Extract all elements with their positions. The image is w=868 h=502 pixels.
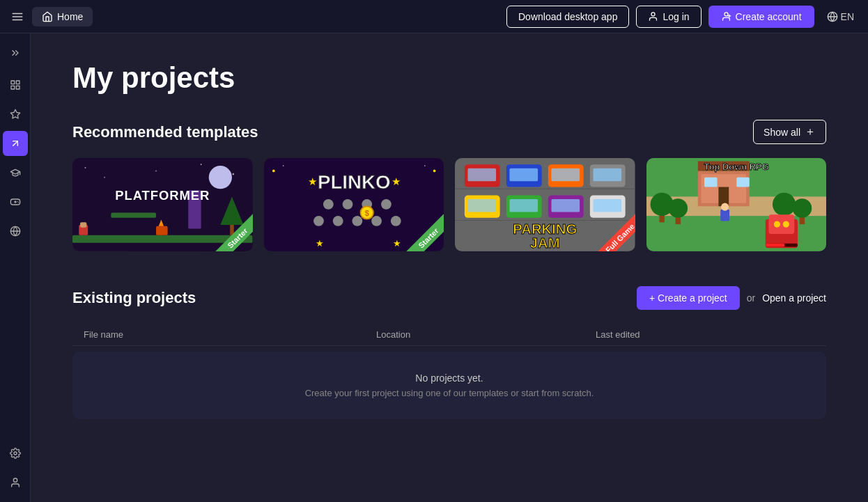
arrow-up-right-icon <box>10 138 21 149</box>
recommended-section-header: Recommended templates Show all ＋ <box>72 120 826 144</box>
template-card-plinko[interactable]: PLINKO ★ ★ <box>264 158 444 251</box>
svg-rect-76 <box>509 199 538 212</box>
recommended-title: Recommended templates <box>72 123 258 141</box>
sidebar-tutorials[interactable] <box>3 160 28 185</box>
svg-rect-35 <box>80 222 86 227</box>
svg-rect-11 <box>11 86 15 89</box>
svg-point-25 <box>85 167 86 168</box>
language-button[interactable]: EN <box>821 8 860 25</box>
template-card-top-down-rpg[interactable]: Top Down RPG <box>646 158 827 251</box>
account-icon <box>10 477 21 488</box>
user-login-icon <box>648 11 658 22</box>
sidebar-sparkle[interactable] <box>3 102 28 127</box>
empty-state-secondary: Create your first project using one of o… <box>84 388 815 398</box>
sidebar-settings[interactable] <box>3 441 28 466</box>
dashboard-icon <box>10 79 21 91</box>
parking-card-inner: PARKING JAM Full Game <box>455 158 635 251</box>
sidebar-globe[interactable] <box>3 219 28 244</box>
svg-point-56 <box>371 216 382 226</box>
svg-rect-70 <box>551 168 580 181</box>
svg-point-3 <box>651 13 655 16</box>
sparkle-icon <box>10 109 21 120</box>
svg-point-50 <box>342 199 352 210</box>
download-btn-label: Download desktop app <box>518 11 617 22</box>
svg-rect-9 <box>11 81 15 84</box>
svg-point-4 <box>724 13 728 16</box>
svg-rect-38 <box>230 225 234 235</box>
create-project-label: + Create a project <box>649 292 727 304</box>
download-desktop-button[interactable]: Download desktop app <box>506 6 629 28</box>
svg-text:★: ★ <box>392 238 401 249</box>
empty-state: No projects yet. Create your first proje… <box>72 352 826 419</box>
create-account-button[interactable]: Create account <box>708 6 814 28</box>
expand-icon <box>10 47 21 58</box>
svg-point-27 <box>201 164 202 165</box>
svg-text:★: ★ <box>391 176 400 187</box>
sidebar-active-item[interactable] <box>3 131 28 156</box>
svg-point-101 <box>773 221 780 227</box>
main-content: My projects Recommended templates Show a… <box>31 33 868 502</box>
svg-rect-74 <box>467 199 496 212</box>
gamepad-icon <box>10 196 21 207</box>
plinko-illustration: PLINKO ★ ★ <box>264 158 444 251</box>
svg-rect-36 <box>156 226 168 235</box>
sidebar-dashboard[interactable] <box>3 72 28 97</box>
svg-rect-80 <box>593 199 621 212</box>
existing-projects-actions: + Create a project or Open a project <box>637 286 826 310</box>
template-card-parking-jam[interactable]: PARKING JAM Full Game <box>455 158 635 251</box>
svg-point-23 <box>13 478 17 482</box>
svg-point-26 <box>104 177 105 178</box>
plinko-card-inner: PLINKO ★ ★ <box>264 158 444 251</box>
svg-text:$: $ <box>364 209 369 217</box>
topbar: Home Download desktop app Log in Create … <box>0 0 868 33</box>
sidebar-expand[interactable] <box>3 40 28 65</box>
sidebar <box>0 33 31 502</box>
create-account-icon <box>721 11 731 22</box>
home-icon <box>42 11 53 22</box>
existing-projects-header: Existing projects + Create a project or … <box>72 286 826 310</box>
parking-illustration: PARKING JAM <box>455 158 635 251</box>
svg-point-55 <box>352 216 362 226</box>
topbar-actions: Download desktop app Log in Create accou… <box>506 6 860 28</box>
login-btn-label: Log in <box>662 11 689 22</box>
svg-point-43 <box>433 170 435 173</box>
sidebar-account[interactable] <box>3 470 28 495</box>
empty-state-primary: No projects yet. <box>84 372 815 384</box>
login-button[interactable]: Log in <box>636 6 701 28</box>
page-title: My projects <box>72 61 826 95</box>
svg-text:★: ★ <box>307 176 316 187</box>
show-all-button[interactable]: Show all ＋ <box>753 120 826 144</box>
svg-point-30 <box>209 166 232 189</box>
home-tab[interactable]: Home <box>32 7 93 26</box>
hamburger-icon <box>11 10 24 23</box>
svg-rect-100 <box>768 214 794 234</box>
svg-point-98 <box>792 198 812 218</box>
menu-button[interactable] <box>8 8 26 26</box>
svg-point-29 <box>155 171 157 172</box>
svg-point-106 <box>721 203 729 211</box>
settings-icon <box>10 448 21 459</box>
svg-rect-105 <box>720 210 729 221</box>
create-account-label: Create account <box>736 11 802 22</box>
create-project-button[interactable]: + Create a project <box>637 286 740 310</box>
svg-text:JAM: JAM <box>530 235 560 251</box>
projects-table: File name Location Last edited No projec… <box>72 324 826 419</box>
translate-icon <box>827 11 838 22</box>
svg-rect-66 <box>467 168 496 181</box>
svg-point-19 <box>18 202 19 203</box>
svg-rect-68 <box>509 168 538 181</box>
svg-text:PLINKO: PLINKO <box>317 171 390 193</box>
template-card-platformer[interactable]: PLATFORMER Starter <box>72 158 253 251</box>
sidebar-gamepad[interactable] <box>3 189 28 214</box>
svg-rect-33 <box>111 212 156 217</box>
svg-rect-104 <box>765 244 784 247</box>
svg-rect-10 <box>16 81 20 84</box>
svg-text:★: ★ <box>315 238 323 249</box>
svg-point-102 <box>782 221 789 227</box>
svg-marker-13 <box>10 109 20 118</box>
svg-point-28 <box>232 173 234 175</box>
open-project-link[interactable]: Open a project <box>762 292 826 304</box>
svg-point-22 <box>14 452 17 455</box>
svg-point-42 <box>272 170 275 173</box>
svg-rect-32 <box>72 235 252 243</box>
